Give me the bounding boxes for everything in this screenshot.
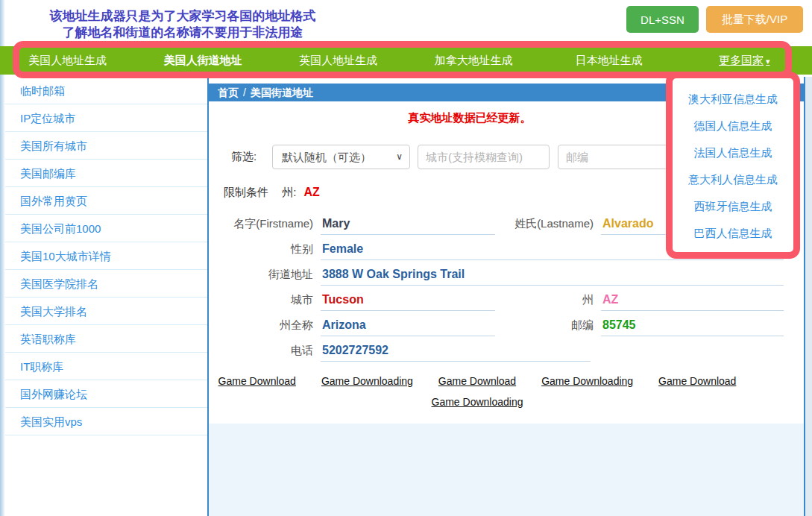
sidebar: 临时邮箱 IP定位城市 美国所有城市 美国邮编库 国外常用黄页 美国公司前100…	[5, 77, 207, 516]
game-links-row2: Game Downloading	[209, 396, 746, 408]
sidebar-item-ip-city[interactable]: IP定位城市	[5, 104, 207, 132]
filter-label: 筛选:	[231, 150, 256, 164]
dropdown-item-germany[interactable]: 德国人信息生成	[673, 113, 793, 139]
zip-input[interactable]	[558, 145, 668, 169]
nav-item-more-countries[interactable]: 更多国家▾	[677, 54, 812, 68]
sidebar-item-yellow-pages[interactable]: 国外常用黄页	[5, 187, 207, 215]
game-download-link[interactable]: Game Download	[218, 375, 296, 387]
more-countries-dropdown: 澳大利亚信息生成 德国人信息生成 法国人信息生成 意大利人信息生成 西班牙信息生…	[666, 72, 800, 259]
select-chevron-icon: ∨	[396, 145, 403, 169]
batch-download-vip-button[interactable]: 批量下载/VIP	[706, 6, 803, 33]
dropdown-item-italy[interactable]: 意大利人信息生成	[673, 166, 793, 193]
state-label: 州	[506, 289, 601, 314]
content-footer-area	[209, 424, 804, 516]
main-nav: 美国人地址生成 美国人街道地址 英国人地址生成 加拿大地址生成 日本地址生成 更…	[0, 46, 812, 75]
firstname-field[interactable]: Mary	[321, 213, 495, 235]
breadcrumb-separator: /	[239, 86, 251, 98]
street-field[interactable]: 3888 W Oak Springs Trail	[321, 263, 784, 286]
lastname-label: 姓氏(Lastname)	[506, 213, 601, 238]
dropdown-item-australia[interactable]: 澳大利亚信息生成	[673, 86, 793, 113]
sidebar-item-it-titles[interactable]: IT职称库	[5, 353, 207, 380]
disclaimer-line1: 该地址生成器只是为了大家学习各国的地址格式	[19, 8, 347, 25]
zip-label: 邮编	[506, 314, 601, 339]
game-download-link[interactable]: Game Downloading	[321, 375, 413, 387]
street-label: 街道地址	[224, 263, 321, 289]
phone-field[interactable]: 5202727592	[321, 339, 591, 362]
state-full-field[interactable]: Arizona	[321, 314, 495, 336]
disclaimer-text: 该地址生成器只是为了大家学习各国的地址格式 了解地名和街道的名称请不要用于非法用…	[19, 8, 347, 41]
nav-item-us-street-address[interactable]: 美国人街道地址	[136, 54, 271, 68]
breadcrumb-home-link[interactable]: 首页	[218, 86, 239, 98]
dl-ssn-button[interactable]: DL+SSN	[626, 6, 699, 33]
constraint-label: 限制条件	[224, 186, 268, 198]
constraint-state-value: AZ	[304, 186, 320, 198]
chevron-down-icon: ▾	[766, 57, 770, 66]
constraint-state-label: 州:	[282, 186, 296, 198]
sidebar-item-temp-mail[interactable]: 临时邮箱	[5, 77, 207, 104]
page-right-edge	[805, 77, 812, 516]
dropdown-item-spain[interactable]: 西班牙信息生成	[673, 193, 793, 220]
nav-item-us-address[interactable]: 美国人地址生成	[0, 54, 136, 68]
dropdown-item-brazil[interactable]: 巴西人信息生成	[673, 220, 793, 247]
city-label: 城市	[224, 289, 321, 314]
zip-field[interactable]: 85745	[601, 314, 784, 336]
page-left-edge	[0, 0, 5, 516]
game-download-link[interactable]: Game Download	[658, 375, 736, 387]
game-links-row1: Game Download Game Downloading Game Down…	[209, 375, 746, 387]
page: 该地址生成器只是为了大家学习各国的地址格式 了解地名和街道的名称请不要用于非法用…	[0, 0, 812, 516]
firstname-label: 名字(Firstname)	[224, 213, 321, 238]
sidebar-item-medical-ranking[interactable]: 美国医学院排名	[5, 270, 207, 298]
game-download-link[interactable]: Game Download	[438, 375, 516, 387]
nav-item-uk-address[interactable]: 英国人地址生成	[271, 54, 406, 68]
game-download-link[interactable]: Game Downloading	[432, 396, 523, 408]
nav-item-canada-address[interactable]: 加拿大地址生成	[406, 54, 542, 68]
breadcrumb-current: 美国街道地址	[251, 86, 313, 98]
constraint-row: 限制条件 州: AZ	[224, 186, 320, 200]
update-notice: 真实地址数据已经更新。	[209, 111, 731, 125]
sidebar-item-forum[interactable]: 国外网赚论坛	[5, 380, 207, 408]
state-full-label: 州全称	[224, 314, 321, 339]
random-mode-select-value: 默认随机（可选）	[282, 151, 371, 163]
game-links: Game Download Game Downloading Game Down…	[209, 375, 746, 417]
disclaimer-line2: 了解地名和街道的名称请不要用于非法用途	[19, 25, 347, 41]
sidebar-item-us-10-cities[interactable]: 美国10大城市详情	[5, 242, 207, 270]
sidebar-item-english-titles[interactable]: 英语职称库	[5, 325, 207, 353]
city-field[interactable]: Tucson	[321, 289, 495, 311]
nav-item-japan-address[interactable]: 日本地址生成	[541, 54, 677, 68]
city-input[interactable]	[418, 145, 550, 169]
sidebar-item-us-top1000[interactable]: 美国公司前1000	[5, 215, 207, 242]
game-download-link[interactable]: Game Downloading	[541, 375, 633, 387]
phone-label: 电话	[224, 339, 321, 365]
sidebar-item-university-ranking[interactable]: 美国大学排名	[5, 298, 207, 325]
random-mode-select[interactable]: 默认随机（可选） ∨	[272, 145, 410, 169]
more-countries-label: 更多国家	[719, 54, 764, 66]
state-field[interactable]: AZ	[601, 289, 784, 311]
gender-label: 性别	[224, 238, 321, 263]
dropdown-item-france[interactable]: 法国人信息生成	[673, 139, 793, 166]
sidebar-item-us-vps[interactable]: 美国实用vps	[5, 408, 207, 435]
sidebar-item-us-cities[interactable]: 美国所有城市	[5, 132, 207, 160]
sidebar-item-us-zipcodes[interactable]: 美国邮编库	[5, 160, 207, 187]
